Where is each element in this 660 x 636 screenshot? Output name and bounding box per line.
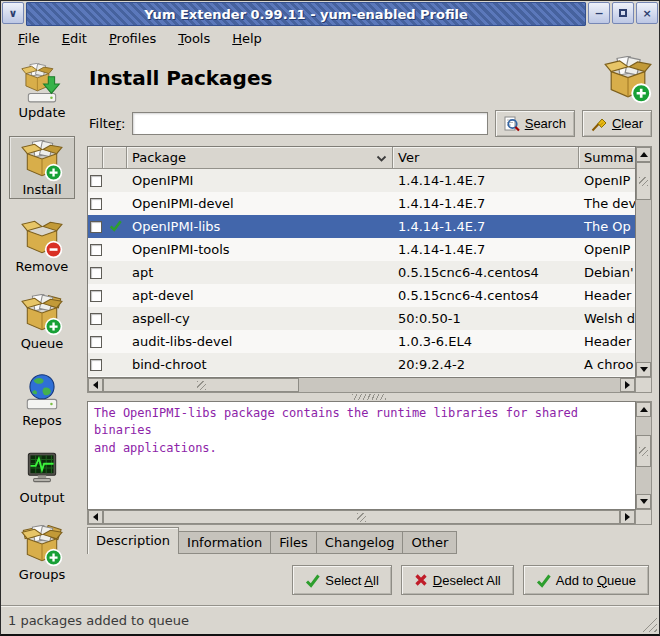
- scroll-down-button[interactable]: [636, 362, 651, 377]
- column-header-status[interactable]: [103, 147, 127, 169]
- menu-file[interactable]: File: [7, 28, 51, 49]
- row-checkbox[interactable]: [90, 267, 102, 279]
- green-check-icon: [305, 573, 320, 588]
- arrow-up-icon: [640, 152, 648, 157]
- sidebar-item-groups[interactable]: Groups: [9, 521, 75, 584]
- table-row[interactable]: bind-chroot 20:9.2.4-2 A chroo: [88, 353, 635, 376]
- add-to-queue-button[interactable]: Add to Queue: [523, 565, 649, 595]
- tab-information[interactable]: Information: [178, 531, 271, 554]
- pane-splitter[interactable]: [85, 393, 652, 401]
- table-horizontal-scrollbar[interactable]: [87, 378, 636, 393]
- tab-other[interactable]: Other: [402, 531, 457, 554]
- search-icon: [504, 116, 520, 132]
- sidebar-item-output[interactable]: Output: [9, 444, 75, 507]
- table-row[interactable]: aspell-cy 50:0.50-1 Welsh d: [88, 307, 635, 330]
- deselect-all-button[interactable]: Deselect All: [401, 565, 514, 595]
- resize-grip[interactable]: [642, 617, 657, 632]
- queued-check-icon: [109, 219, 122, 235]
- package-summary-cell: Welsh d: [579, 307, 635, 330]
- sort-descending-icon: [376, 150, 387, 165]
- minimize-button[interactable]: −: [588, 2, 610, 24]
- package-name-cell: OpenIPMI: [127, 169, 393, 192]
- package-ver-cell: 1.4.14-1.4E.7: [393, 238, 579, 261]
- scrollbar-thumb[interactable]: [103, 510, 620, 524]
- package-summary-cell: The dev: [579, 192, 635, 215]
- titlebar-drag-area[interactable]: Yum Extender 0.99.11 - yum-enabled Profi…: [26, 2, 586, 26]
- sidebar-item-update[interactable]: Update: [9, 59, 75, 122]
- package-summary-cell: Debian': [579, 261, 635, 284]
- arrow-right-icon: [625, 381, 630, 389]
- scrollbar-corner: [636, 378, 652, 393]
- description-pane: The OpenIPMI-libs package contains the r…: [87, 401, 652, 525]
- menu-profiles[interactable]: Profiles: [98, 28, 167, 49]
- column-header-checkbox[interactable]: [88, 147, 103, 169]
- description-text: The OpenIPMI-libs package contains the r…: [87, 401, 636, 510]
- row-checkbox[interactable]: [90, 175, 102, 187]
- row-checkbox[interactable]: [90, 313, 102, 325]
- sidebar-item-install[interactable]: Install: [9, 136, 75, 199]
- menu-edit[interactable]: Edit: [51, 28, 98, 49]
- package-name-cell: OpenIPMI-libs: [127, 215, 393, 238]
- boxes-add-icon: [21, 294, 63, 336]
- filter-input[interactable]: [132, 112, 487, 135]
- scrollbar-thumb[interactable]: [103, 378, 299, 392]
- table-row[interactable]: apt 0.5.15cnc6-4.centos4 Debian': [88, 261, 635, 284]
- scroll-right-button[interactable]: [620, 378, 635, 392]
- scroll-down-button[interactable]: [636, 494, 651, 509]
- window-title: Yum Extender 0.99.11 - yum-enabled Profi…: [144, 7, 468, 22]
- maximize-icon: [619, 9, 627, 17]
- arrow-left-icon: [93, 381, 98, 389]
- status-text: 1 packages added to queue: [8, 613, 189, 628]
- scroll-left-button[interactable]: [88, 378, 103, 392]
- filter-label: Filter:: [89, 116, 125, 131]
- tab-changelog[interactable]: Changelog: [316, 531, 404, 554]
- package-ver-cell: 1.4.14-1.4E.7: [393, 215, 579, 238]
- install-packages-icon: [604, 56, 652, 108]
- select-all-label: Select All: [325, 573, 378, 588]
- tab-files[interactable]: Files: [270, 531, 317, 554]
- close-button[interactable]: ×: [636, 2, 658, 24]
- row-checkbox[interactable]: [90, 336, 102, 348]
- tab-description[interactable]: Description: [87, 527, 179, 554]
- column-header-package[interactable]: Package: [127, 147, 393, 169]
- column-header-summary[interactable]: Summa: [579, 147, 635, 169]
- description-horizontal-scrollbar[interactable]: [87, 510, 636, 525]
- menu-tools[interactable]: Tools: [167, 28, 221, 49]
- menubar: File Edit Profiles Tools Help: [1, 27, 659, 50]
- select-all-button[interactable]: Select All: [292, 565, 391, 595]
- sidebar-item-label: Queue: [21, 336, 64, 351]
- description-vertical-scrollbar[interactable]: [636, 401, 652, 510]
- row-checkbox[interactable]: [90, 290, 102, 302]
- sidebar-item-remove[interactable]: Remove: [9, 213, 75, 276]
- scroll-up-button[interactable]: [636, 402, 651, 417]
- scrollbar-thumb[interactable]: [636, 435, 651, 467]
- boxes-add-icon: [21, 525, 63, 567]
- table-row[interactable]: OpenIPMI-tools 1.4.14-1.4E.7 OpenIP: [88, 238, 635, 261]
- package-name-cell: apt-devel: [127, 284, 393, 307]
- arrow-down-icon: [640, 367, 648, 372]
- search-button[interactable]: Search: [495, 110, 575, 137]
- table-row[interactable]: apt-devel 0.5.15cnc6-4.centos4 Header: [88, 284, 635, 307]
- table-vertical-scrollbar[interactable]: [636, 146, 652, 378]
- column-header-ver[interactable]: Ver: [393, 147, 579, 169]
- row-checkbox[interactable]: [90, 359, 102, 371]
- clear-button[interactable]: Clear: [582, 110, 652, 137]
- menu-help[interactable]: Help: [221, 28, 273, 49]
- sidebar-item-queue[interactable]: Queue: [9, 290, 75, 353]
- package-summary-cell: A chroo: [579, 353, 635, 376]
- scrollbar-thumb[interactable]: [636, 162, 651, 200]
- window-menu-button[interactable]: ∨: [2, 2, 24, 24]
- scroll-up-button[interactable]: [636, 147, 651, 162]
- table-row[interactable]: OpenIPMI-libs 1.4.14-1.4E.7 The Op: [88, 215, 635, 238]
- table-row[interactable]: OpenIPMI 1.4.14-1.4E.7 OpenIP: [88, 169, 635, 192]
- row-checkbox[interactable]: [90, 198, 102, 210]
- scroll-left-button[interactable]: [88, 510, 103, 524]
- row-checkbox[interactable]: [90, 244, 102, 256]
- table-row[interactable]: OpenIPMI-devel 1.4.14-1.4E.7 The dev: [88, 192, 635, 215]
- package-table: Package Ver Summa OpenIPMI 1.4.14-1.4E.7…: [87, 146, 652, 393]
- table-row[interactable]: audit-libs-devel 1.0.3-6.EL4 Header: [88, 330, 635, 353]
- maximize-button[interactable]: [612, 2, 634, 24]
- row-checkbox[interactable]: [90, 221, 102, 233]
- scroll-right-button[interactable]: [620, 510, 635, 524]
- sidebar-item-repos[interactable]: Repos: [9, 367, 75, 430]
